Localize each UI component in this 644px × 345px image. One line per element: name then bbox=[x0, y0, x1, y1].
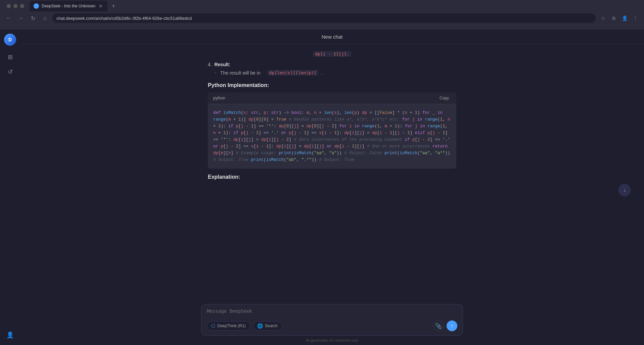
top-bar: New chat bbox=[20, 30, 644, 44]
ai-disclaimer: AI-generated, for reference only bbox=[306, 338, 358, 342]
step4-bullet-end: . bbox=[321, 70, 322, 76]
extensions-icon[interactable]: ⧉ bbox=[609, 13, 618, 23]
search-button[interactable]: 🌐 Search bbox=[253, 321, 282, 331]
deepthink-button[interactable]: ⬡ DeepThink (R1) bbox=[207, 321, 250, 331]
maximize-btn[interactable] bbox=[13, 4, 17, 8]
step4-number: 4. bbox=[208, 62, 212, 67]
tab-label: DeepSeek - Into the Unknown bbox=[42, 4, 95, 8]
active-tab[interactable]: DeepSeek - Into the Unknown ✕ bbox=[30, 1, 107, 11]
search-icon: 🌐 bbox=[257, 323, 263, 329]
window-controls bbox=[3, 4, 28, 8]
address-bar-row: ← → ↻ ⌂ chat.deepseek.com/a/chat/s/cd5b2… bbox=[0, 12, 644, 24]
search-label: Search bbox=[265, 324, 278, 328]
deepthink-icon: ⬡ bbox=[211, 323, 215, 329]
tab-close-icon[interactable]: ✕ bbox=[98, 3, 103, 9]
minimize-btn[interactable] bbox=[7, 4, 11, 8]
step4-title: 4. Result: bbox=[208, 62, 456, 67]
pre-code: dp[i - 1][j]. bbox=[313, 51, 351, 57]
step4-heading: Result: bbox=[214, 62, 230, 67]
section-heading: Python Implementation: bbox=[208, 82, 456, 88]
address-text: chat.deepseek.com/a/chat/s/cd5b2d6c-3f2b… bbox=[56, 16, 192, 21]
app-container: D ⊞ ↺ 👤 New chat dp[i - 1][j]. 4. Result… bbox=[0, 30, 644, 345]
tab-favicon bbox=[34, 3, 39, 9]
chat-content: dp[i - 1][j]. 4. Result: ○ The result wi… bbox=[201, 51, 463, 184]
code-body: def isMatch(s: str, p: str) -> bool: m, … bbox=[208, 104, 456, 169]
input-toolbar-right: 📎 ↑ bbox=[433, 320, 457, 331]
chat-area[interactable]: dp[i - 1][j]. 4. Result: ○ The result wi… bbox=[20, 44, 644, 300]
browser-chrome: DeepSeek - Into the Unknown ✕ + ← → ↻ ⌂ … bbox=[0, 0, 644, 30]
copy-button[interactable]: Copy bbox=[438, 95, 451, 101]
pre-content-text: dp[i - 1][j]. bbox=[208, 51, 456, 56]
back-button[interactable]: ← bbox=[4, 13, 13, 23]
home-button[interactable]: ⌂ bbox=[40, 13, 50, 23]
scroll-to-bottom-button[interactable]: ↓ bbox=[618, 184, 631, 196]
bullet-icon: ○ bbox=[215, 71, 216, 74]
input-toolbar-left: ⬡ DeepThink (R1) 🌐 Search bbox=[207, 321, 282, 331]
sidebar-icon-user[interactable]: 👤 bbox=[4, 329, 16, 341]
profile-icon[interactable]: 👤 bbox=[620, 13, 629, 23]
input-toolbar: ⬡ DeepThink (R1) 🌐 Search 📎 ↑ bbox=[207, 320, 457, 331]
reload-button[interactable]: ↻ bbox=[28, 13, 38, 23]
sidebar-icon-history[interactable]: ↺ bbox=[4, 66, 16, 78]
sidebar: D ⊞ ↺ 👤 bbox=[0, 30, 20, 345]
code-block-header: python Copy bbox=[208, 92, 456, 104]
forward-button[interactable]: → bbox=[16, 13, 26, 23]
main-content: New chat dp[i - 1][j]. 4. Result: ○ The … bbox=[20, 30, 644, 345]
page-title: New chat bbox=[322, 34, 343, 40]
step4-bullet-text: The result will be in bbox=[220, 70, 261, 76]
close-btn[interactable] bbox=[20, 4, 24, 8]
message-input[interactable] bbox=[207, 308, 457, 316]
bookmark-icon[interactable]: ☆ bbox=[598, 13, 608, 23]
new-tab-button[interactable]: + bbox=[109, 1, 118, 11]
address-bar[interactable]: chat.deepseek.com/a/chat/s/cd5b2d6c-3f2b… bbox=[52, 13, 596, 23]
input-area: ⬡ DeepThink (R1) 🌐 Search 📎 ↑ AI-gener bbox=[20, 300, 644, 345]
code-block: python Copy def isMatch(s: str, p: str) … bbox=[208, 92, 456, 169]
deepthink-label: DeepThink (R1) bbox=[217, 324, 246, 328]
deepseek-logo[interactable]: D bbox=[4, 34, 16, 46]
sidebar-icon-compose[interactable]: ⊞ bbox=[4, 51, 16, 63]
message-input-wrapper: ⬡ DeepThink (R1) 🌐 Search 📎 ↑ bbox=[201, 304, 463, 336]
code-lang: python bbox=[213, 96, 225, 100]
toolbar-icons: ☆ ⧉ 👤 ⋮ bbox=[598, 13, 640, 23]
tab-bar: DeepSeek - Into the Unknown ✕ + bbox=[0, 0, 644, 12]
step4-bullet: ○ The result will be in dp[len(s)][len(p… bbox=[215, 70, 456, 76]
attach-button[interactable]: 📎 bbox=[433, 320, 444, 331]
explanation-heading: Explanation: bbox=[208, 174, 456, 180]
send-button[interactable]: ↑ bbox=[447, 320, 457, 331]
step4-result-code: dp[len(s)][len(p)] bbox=[267, 70, 319, 76]
menu-icon[interactable]: ⋮ bbox=[631, 13, 640, 23]
